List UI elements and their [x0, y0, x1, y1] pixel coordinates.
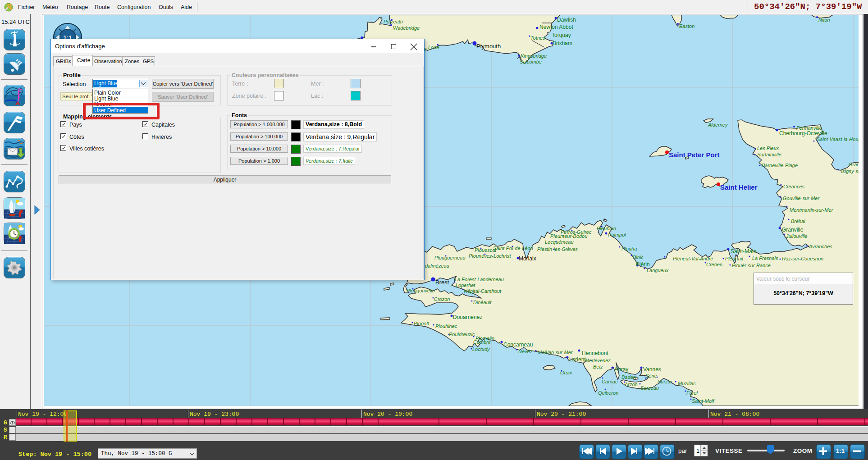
svg-text:Jullouville: Jullouville: [786, 233, 808, 239]
svg-text:Montmartin-sur-Mer: Montmartin-sur-Mer: [790, 207, 834, 213]
svg-text:Muzillac: Muzillac: [678, 381, 696, 386]
svg-text:Newton Abbot: Newton Abbot: [539, 24, 573, 30]
svg-text:Pleurtuit: Pleurtuit: [725, 256, 744, 261]
svg-text:Dinéault: Dinéault: [473, 300, 492, 305]
svg-text:Créances: Créances: [783, 184, 805, 189]
svg-text:Surzur: Surzur: [658, 379, 673, 384]
svg-text:Plouha: Plouha: [621, 246, 637, 251]
svg-text:La Forest-Landerneau: La Forest-Landerneau: [455, 277, 504, 282]
svg-text:Plouër-sur-Rance: Plouër-sur-Rance: [732, 263, 771, 268]
svg-text:Lorient: Lorient: [569, 356, 586, 363]
svg-text:Plestin-les-Grèves: Plestin-les-Grèves: [537, 246, 578, 252]
svg-text:Quiberon: Quiberon: [598, 390, 618, 396]
svg-text:Vannes: Vannes: [643, 366, 661, 373]
svg-text:Niton: Niton: [818, 17, 830, 23]
svg-text:Isigny-sur: Isigny-sur: [841, 169, 859, 174]
svg-text:Polzeath: Polzeath: [384, 19, 403, 24]
svg-text:Langueux: Langueux: [647, 268, 669, 273]
svg-text:Gouville-sur-Mer: Gouville-sur-Mer: [783, 196, 820, 201]
svg-text:Loperhet: Loperhet: [456, 282, 475, 288]
svg-text:Névez: Névez: [518, 349, 533, 354]
svg-text:Férel: Férel: [686, 390, 698, 396]
svg-text:Grand: Grand: [849, 162, 859, 167]
svg-text:Hennebont: Hennebont: [582, 350, 608, 356]
svg-text:Concarneau: Concarneau: [503, 342, 533, 348]
svg-text:Plouescat: Plouescat: [475, 247, 497, 253]
svg-text:Auray: Auray: [614, 366, 628, 373]
svg-text:La Fresnais: La Fresnais: [752, 255, 778, 261]
svg-text:Pleumeur-Bodou: Pleumeur-Bodou: [550, 233, 587, 239]
svg-text:Pléneuf-Val-André: Pléneuf-Val-André: [673, 256, 713, 261]
svg-text:Arzon: Arzon: [624, 382, 638, 387]
svg-text:Saint-Pol-de-Léon: Saint-Pol-de-Léon: [493, 246, 533, 251]
svg-text:Carnac: Carnac: [602, 379, 618, 384]
svg-text:Kingsbridge: Kingsbridge: [521, 53, 547, 59]
svg-text:Créhen: Créhen: [706, 262, 722, 267]
svg-text:Saint Helier: Saint Helier: [720, 183, 758, 191]
svg-text:Combrit: Combrit: [473, 339, 491, 345]
svg-text:Saint-Malo: Saint-Malo: [731, 248, 757, 255]
svg-text:Torquay: Torquay: [552, 32, 571, 38]
svg-text:Roz-sur-Couesnon: Roz-sur-Couesnon: [782, 256, 823, 261]
svg-text:Sarzeau: Sarzeau: [640, 385, 659, 391]
svg-text:Plounévez-Lochrist: Plounévez-Lochrist: [469, 253, 511, 259]
svg-text:Crozon: Crozon: [434, 296, 450, 302]
svg-text:Easton: Easton: [679, 23, 694, 29]
svg-text:Barneville-Plage: Barneville-Plage: [762, 163, 798, 168]
svg-text:Locquémeau: Locquémeau: [545, 239, 574, 245]
svg-text:Moëlan-sur-Mer: Moëlan-sur-Mer: [538, 350, 573, 355]
svg-text:Plougonvelin: Plougonvelin: [407, 288, 435, 293]
svg-text:dalmézeau: dalmézeau: [425, 263, 449, 269]
svg-text:Binic: Binic: [633, 255, 644, 260]
svg-text:Plouguerneau: Plouguerneau: [434, 255, 466, 260]
svg-text:Granville: Granville: [782, 227, 804, 233]
svg-text:Groix: Groix: [560, 370, 572, 375]
svg-text:Hôpital-Camfrout: Hôpital-Camfrout: [464, 288, 502, 294]
svg-text:Pouldreuzic: Pouldreuzic: [449, 332, 475, 337]
svg-text:Bréhal: Bréhal: [791, 219, 805, 224]
svg-text:Saint-Vaast-la-Houg: Saint-Vaast-la-Houg: [817, 137, 859, 142]
svg-text:Wadebridge: Wadebridge: [393, 25, 420, 31]
svg-text:Belz: Belz: [593, 364, 603, 369]
svg-text:Paimpol: Paimpol: [608, 232, 626, 237]
svg-text:Saint-Molf: Saint-Molf: [692, 398, 714, 404]
svg-text:Looe: Looe: [428, 45, 439, 50]
svg-text:Dawlish: Dawlish: [557, 17, 576, 23]
svg-text:Saint Peter Port: Saint Peter Port: [669, 151, 720, 159]
svg-text:Alderney: Alderney: [708, 122, 728, 128]
svg-text:Pleubian: Pleubian: [597, 226, 616, 231]
svg-text:Baden: Baden: [621, 374, 636, 380]
svg-text:Merlevenez: Merlevenez: [585, 358, 611, 363]
svg-text:Loctudy: Loctudy: [472, 346, 490, 352]
svg-text:Plogoff: Plogoff: [414, 321, 429, 326]
svg-text:Plérin: Plérin: [636, 261, 650, 268]
svg-text:Brest: Brest: [435, 279, 449, 286]
svg-text:Avranches: Avranches: [809, 244, 832, 249]
svg-text:Surtainville: Surtainville: [757, 152, 781, 157]
svg-text:Brixham: Brixham: [553, 40, 572, 46]
svg-text:Totnes: Totnes: [530, 35, 545, 41]
svg-text:Plymouth: Plymouth: [476, 43, 501, 50]
svg-text:Douarnenez: Douarnenez: [453, 314, 482, 320]
svg-text:Salcombe: Salcombe: [520, 59, 542, 64]
svg-text:Séné: Séné: [645, 373, 657, 378]
svg-text:Morlaix: Morlaix: [519, 255, 536, 262]
svg-text:Plouhinec: Plouhinec: [435, 323, 457, 329]
svg-text:Cherbourg-Octeville: Cherbourg-Octeville: [779, 130, 827, 137]
svg-text:Les Pieux: Les Pieux: [757, 146, 779, 151]
